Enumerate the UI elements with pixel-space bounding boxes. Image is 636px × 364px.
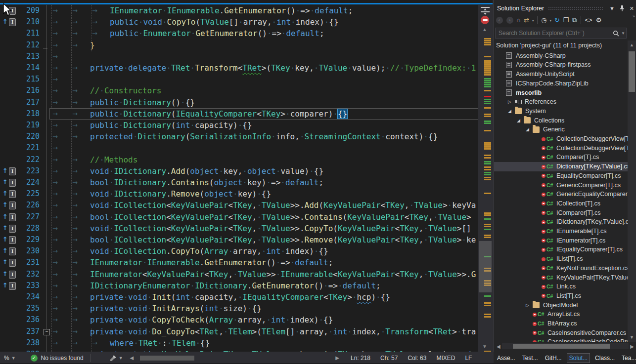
tree-horizontal-scrollbar[interactable]: ◀ ▶ [495,343,636,350]
solution-tree[interactable]: Solution 'project-gui' (11 of 11 project… [494,40,628,342]
line-number[interactable]: 228 [26,223,40,234]
refresh-icon[interactable]: ↻ [554,16,560,25]
code-line-228[interactable]: →→void·ICollection<KeyValuePair<TKey,·TV… [49,223,478,234]
gutter-row[interactable]: 222 [0,154,46,165]
tree-item-ilist-t-cs[interactable]: C#IList[T].cs [494,254,628,264]
tree-item-caseinsensitivecomparer-cs[interactable]: C#CaseInsensitiveComparer.cs [494,328,628,338]
scrollbar-thumb[interactable] [513,344,610,349]
gutter-row[interactable]: 215 [0,74,46,85]
line-number[interactable]: 230 [26,245,40,257]
code-line-218[interactable]: →→public·Dictionary(IEqualityComparer<TK… [49,108,478,120]
chevron-down-icon[interactable]: ▼ [621,31,625,36]
window-position-chevron-icon[interactable]: ▼ [609,5,615,11]
code-line-225[interactable]: →→void·IDictionary.Remove(object·key)·{} [49,188,478,200]
line-number[interactable]: 209 [26,5,40,16]
line-number[interactable]: 222 [26,154,40,165]
properties-wrench-icon[interactable]: ⚙ [596,16,602,25]
interface-implementation-icon[interactable]: I [9,247,16,255]
line-number[interactable]: 211 [26,28,40,39]
gutter-row[interactable]: 235 [0,303,46,314]
tree-item-objectmodel[interactable]: ▷ObjectModel [494,301,628,310]
code-line-237[interactable]: →→private·void·Do_CopyTo<TRet,·TElem>(TE… [49,326,478,337]
code-line-221[interactable]: → [49,142,478,154]
interface-implementation-icon[interactable]: I [9,18,16,26]
scroll-left-arrow-icon[interactable]: ◀ [130,355,134,361]
line-number[interactable]: 238 [26,337,40,349]
tool-window-tab-solut[interactable]: Solut... [567,353,590,363]
line-number[interactable]: 234 [26,291,40,303]
line-number[interactable]: 236 [26,314,40,325]
tree-item-mscorlib[interactable]: mscorlib [494,88,628,98]
code-line-212[interactable]: →→} [49,40,478,51]
error-indicator-icon[interactable] [481,16,489,24]
scroll-right-arrow-icon[interactable]: ▶ [335,355,339,361]
code-line-217[interactable]: →→public·Dictionary()·{} [49,97,478,108]
code-line-214[interactable]: →→private·delegate·TRet·Transform<TRet>(… [49,62,478,74]
interface-implementation-icon[interactable]: I [9,167,16,175]
override-up-arrow-icon[interactable]: ↑ [2,213,8,221]
tool-window-tab-asse[interactable]: Asse... [495,354,517,363]
tree-item-comparer-t-cs[interactable]: C#Comparer[T].cs [494,153,628,162]
expander-collapsed-icon[interactable]: ▷ [508,97,514,107]
code-line-230[interactable]: →→void·ICollection.CopyTo(Array·array,·i… [49,245,478,257]
gutter-row[interactable]: 218 [0,108,46,120]
gutter-row[interactable]: 216 [0,85,46,96]
gutter-row[interactable]: 234 [0,291,46,303]
tree-item-collectiondebuggerview-t-u-cs[interactable]: C#CollectionDebuggerView[T,U].cs [494,134,628,144]
gutter-row[interactable]: 213 [0,51,46,62]
tool-window-tab-gith[interactable]: GitH... [543,354,564,363]
gutter-row[interactable]: ↑I230 [0,245,46,257]
code-line-226[interactable]: →→void·ICollection<KeyValuePair<TKey,·TV… [49,200,478,211]
gutter-row[interactable]: ↑I231 [0,257,46,268]
override-up-arrow-icon[interactable]: ↑ [2,236,8,243]
gutter-row[interactable]: 221 [0,142,46,154]
dropdown-caret-icon[interactable]: ▾ [549,18,551,23]
gutter-row[interactable]: 238 [0,337,46,349]
line-number[interactable]: 215 [26,74,40,85]
line-number[interactable]: 212 [26,40,40,51]
code-line-219[interactable]: →→public·Dictionary(int·capacity)·{} [49,120,478,131]
code-line-209[interactable]: →→→IEnumerator·IEnumerable.GetEnumerator… [49,5,478,16]
line-number[interactable]: 224 [26,177,40,188]
scroll-down-arrow-icon[interactable]: ▼ [630,335,634,340]
line-number[interactable]: 218 [26,108,40,120]
character-status[interactable]: Ch: 57 [380,355,398,362]
line-number[interactable]: 223 [26,165,40,177]
history-icon[interactable]: ◷ [541,16,546,25]
override-up-arrow-icon[interactable]: ↑ [2,190,8,198]
encoding-status[interactable]: MIXED [436,355,455,362]
override-up-arrow-icon[interactable]: ↑ [2,247,8,255]
interface-implementation-icon[interactable]: I [9,282,16,290]
column-status[interactable]: Col: 63 [408,355,426,362]
tree-item-genericequalitycomparer-t-cs[interactable]: C#GenericEqualityComparer[T].cs [494,190,628,199]
line-number[interactable]: 214 [26,62,40,74]
line-number[interactable]: 213 [26,51,40,62]
show-all-files-icon[interactable]: ⧉ [572,16,577,25]
zoom-level-dropdown[interactable]: % [4,355,9,362]
line-number[interactable]: 226 [26,200,40,211]
line-number[interactable]: 232 [26,269,40,280]
line-number[interactable]: 219 [26,120,40,131]
gutter-row[interactable]: ↑I210 [0,16,46,28]
gutter-row[interactable]: 219 [0,120,46,131]
tree-item-genericcomparer-t-cs[interactable]: C#GenericComparer[T].cs [494,181,628,190]
line-number[interactable]: 221 [26,142,40,154]
scroll-left-arrow-icon[interactable]: ◀ [497,344,500,349]
tree-item-list-t-cs[interactable]: C#List[T].cs [494,291,628,301]
chevron-down-icon[interactable]: ▼ [119,356,123,361]
gutter-row[interactable]: 217 [0,97,46,108]
back-icon[interactable]: ‹ [496,17,503,24]
line-number[interactable]: 237 [26,326,40,337]
tree-item-references[interactable]: ▷References [494,97,628,107]
tool-window-tab-tea[interactable]: Tea... [620,354,636,363]
code-line-234[interactable]: →→private·void·Init(int·capacity,·IEqual… [49,291,478,303]
tree-item-generic[interactable]: ◢Generic [494,125,628,134]
scroll-up-arrow-icon[interactable]: ▲ [630,42,634,47]
code-line-223[interactable]: →→void·IDictionary.Add(object·key,·objec… [49,165,478,177]
code-line-213[interactable]: → [49,51,478,62]
tool-window-tab-test[interactable]: Test... [520,354,540,363]
gutter-row[interactable]: 211 [0,28,46,39]
chevron-down-icon[interactable]: ▼ [11,356,16,361]
gutter-row[interactable]: ↑I224 [0,177,46,188]
tree-item-icsharpcode-sharpziplib[interactable]: ICSharpCode.SharpZipLib [494,79,628,88]
